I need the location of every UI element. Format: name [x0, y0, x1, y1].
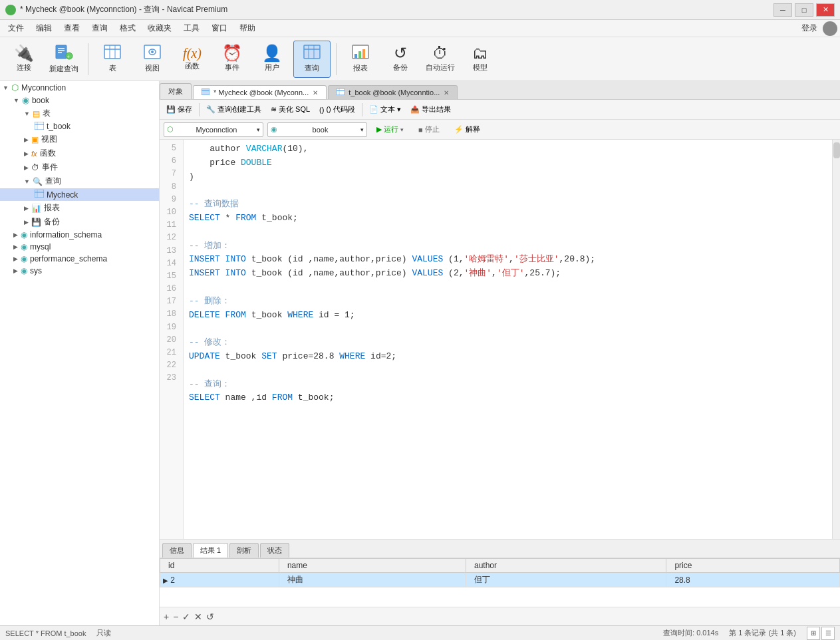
snippet-button[interactable]: () () 代码段: [315, 103, 359, 116]
beautify-button[interactable]: ≋ 美化 SQL: [267, 103, 314, 116]
add-row-button[interactable]: +: [164, 611, 169, 622]
sidebar: ▼ ⬡ Myconnction ▼ ◉ book ▼ ▤ 表 t_book ▶ …: [0, 81, 160, 625]
tab-mycheck[interactable]: * Mycheck @book (Myconn... ✕: [193, 85, 327, 99]
toolbar-auto-run[interactable]: ⏱ 自动运行: [422, 41, 459, 78]
toolbar-view[interactable]: 视图: [134, 41, 171, 78]
login-button[interactable]: 登录: [801, 23, 817, 34]
connection-value: Myconnction: [196, 126, 237, 134]
connection-selector[interactable]: ⬡ Myconnction ▾: [164, 122, 263, 137]
sidebar-item-myconnction[interactable]: ▼ ⬡ Myconnction: [0, 81, 159, 94]
menu-help[interactable]: 帮助: [234, 21, 261, 35]
toolbar-query[interactable]: 查询: [293, 41, 331, 78]
sidebar-label-myconnction: Myconnction: [21, 83, 66, 92]
query-icon: [303, 45, 321, 62]
function-icon: f(x): [183, 47, 202, 60]
scrollbar-thumb[interactable]: [833, 142, 840, 158]
sidebar-item-queries-folder[interactable]: ▼ 🔍 查询: [0, 174, 159, 188]
tab-mycheck-close[interactable]: ✕: [313, 89, 318, 96]
sidebar-label-sys: sys: [30, 266, 42, 275]
sidebar-item-book[interactable]: ▼ ◉ book: [0, 94, 159, 106]
result-tab-status[interactable]: 状态: [260, 543, 289, 558]
maximize-button[interactable]: □: [795, 3, 813, 17]
sidebar-label-mysql: mysql: [30, 242, 51, 251]
export-button[interactable]: 📤 导出结果: [406, 103, 455, 116]
menu-format[interactable]: 格式: [114, 21, 141, 35]
sidebar-item-perf-schema[interactable]: ▶ ◉ performance_schema: [0, 253, 159, 265]
toolbar-report[interactable]: 报表: [342, 41, 379, 78]
tab-tbook[interactable]: t_book @book (Myconntio... ✕: [328, 85, 458, 99]
run-button[interactable]: ▶ 运行 ▾: [371, 123, 409, 136]
builder-icon: 🔧: [206, 105, 215, 114]
code-editor[interactable]: 5 6 7 8 9 10 11 12 13 14 15 16 17 18 19 …: [160, 140, 840, 539]
cell-price: 28.8: [666, 573, 840, 587]
refresh-button[interactable]: ↺: [206, 611, 214, 622]
conn-icon: ⬡: [167, 125, 174, 134]
run-label: 运行: [384, 124, 398, 134]
explain-button[interactable]: ⚡ 解释: [449, 123, 486, 136]
app-icon: [5, 5, 16, 15]
toolbar-new-query[interactable]: + 新建查询: [45, 41, 82, 78]
sidebar-item-information-schema[interactable]: ▶ ◉ information_schema: [0, 229, 159, 241]
code-content[interactable]: author VARCHAR(10), price DOUBLE ) -- 查询…: [184, 140, 840, 539]
menu-window[interactable]: 窗口: [206, 21, 233, 35]
toolbar-table[interactable]: 表: [94, 41, 131, 78]
toolbar-user[interactable]: 👤 用户: [253, 41, 291, 78]
tab-objects[interactable]: 对象: [160, 83, 192, 99]
sidebar-item-mycheck[interactable]: Mycheck: [0, 188, 159, 201]
text-dropdown-icon: ▾: [397, 105, 401, 114]
close-button[interactable]: ✕: [816, 3, 835, 17]
sys-icon: ◉: [21, 266, 27, 275]
menu-tools[interactable]: 工具: [178, 21, 205, 35]
code-line-17: DELETE FROM t_book WHERE id = 1;: [189, 309, 835, 323]
status-records: 第 1 条记录 (共 1 条): [729, 628, 796, 638]
text-button[interactable]: 📄 文本 ▾: [365, 103, 405, 116]
result-tab-info[interactable]: 信息: [162, 543, 192, 558]
sidebar-item-mysql[interactable]: ▶ ◉ mysql: [0, 241, 159, 253]
table-row[interactable]: ▶ 2 神曲 但丁 28.8: [160, 573, 840, 587]
cancel-button[interactable]: ✕: [194, 611, 202, 622]
toolbar-event-label: 事件: [225, 63, 239, 73]
toolbar-backup[interactable]: ↺ 备份: [382, 41, 419, 78]
sidebar-item-events[interactable]: ▶ ⏱ 事件: [0, 160, 159, 174]
confirm-button[interactable]: ✓: [182, 611, 190, 622]
sidebar-item-tables-folder[interactable]: ▼ ▤ 表: [0, 106, 159, 120]
sidebar-item-tbook[interactable]: t_book: [0, 120, 159, 132]
database-selector[interactable]: ◉ book ▾: [267, 122, 367, 137]
window-title: * Mycheck @book (Myconnction) - 查询 - Nav…: [20, 4, 227, 15]
beautify-icon: ≋: [271, 105, 277, 114]
sidebar-item-views[interactable]: ▶ ▣ 视图: [0, 132, 159, 146]
grid-view-button[interactable]: ⊞: [807, 627, 820, 640]
menu-edit[interactable]: 编辑: [31, 21, 57, 35]
list-view-button[interactable]: ☰: [821, 627, 835, 640]
toolbar-query-label: 查询: [305, 63, 319, 73]
remove-row-button[interactable]: −: [173, 611, 178, 622]
save-button[interactable]: 💾 保存: [162, 103, 196, 116]
stop-button[interactable]: ■ 停止: [413, 123, 445, 136]
vertical-scrollbar[interactable]: [832, 140, 840, 539]
sidebar-item-functions[interactable]: ▶ fx 函数: [0, 146, 159, 160]
toolbar-model[interactable]: 🗂 模型: [462, 41, 499, 78]
sidebar-item-sys[interactable]: ▶ ◉ sys: [0, 265, 159, 277]
minimize-button[interactable]: ─: [773, 3, 792, 17]
stop-label: 停止: [425, 124, 440, 134]
mysql-icon: ◉: [21, 242, 27, 251]
qtoolbar-sep1: [199, 103, 200, 116]
sidebar-item-backups[interactable]: ▶ 💾 备份: [0, 215, 159, 229]
query-builder-button[interactable]: 🔧 查询创建工具: [202, 103, 265, 116]
sidebar-item-reports[interactable]: ▶ 📊 报表: [0, 201, 159, 215]
expand-icon: ▶: [24, 136, 29, 143]
toolbar-event[interactable]: ⏰ 事件: [213, 41, 251, 78]
toolbar-connect[interactable]: 🔌 连接: [5, 41, 43, 78]
menu-view[interactable]: 查看: [59, 21, 85, 35]
tab-tbook-close[interactable]: ✕: [444, 89, 449, 96]
toolbar-function[interactable]: f(x) 函数: [174, 41, 211, 78]
result-tab-result1[interactable]: 结果 1: [193, 543, 228, 558]
db-dropdown-icon: ▾: [360, 126, 364, 133]
svg-point-12: [151, 51, 154, 53]
menu-favorites[interactable]: 收藏夹: [142, 21, 177, 35]
col-header-name: name: [279, 559, 466, 573]
tab-profile-label: 剖析: [237, 546, 251, 554]
menu-file[interactable]: 文件: [3, 21, 29, 35]
menu-query[interactable]: 查询: [86, 21, 113, 35]
result-tab-profile[interactable]: 剖析: [229, 543, 259, 558]
